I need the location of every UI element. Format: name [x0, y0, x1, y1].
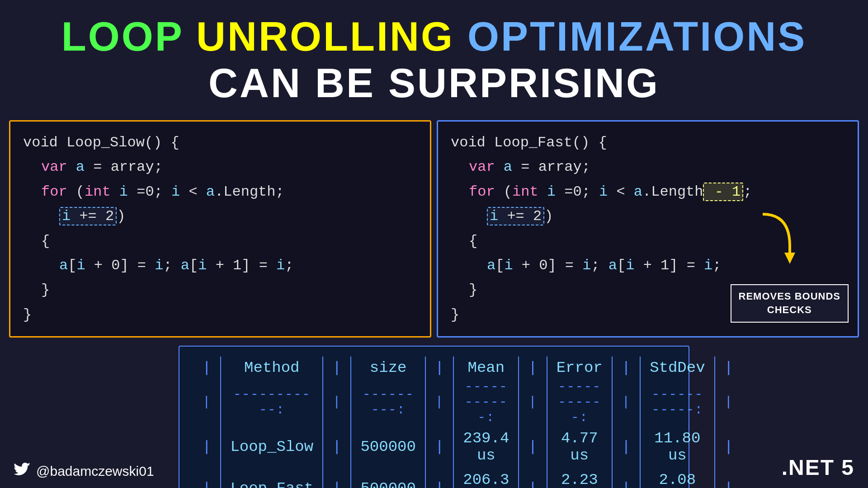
fast-panel: void Loop_Fast() { var a = array; for (i…: [437, 120, 859, 338]
col-header-pipe: |: [193, 357, 221, 378]
cell-stddev-2: 2.08 us: [640, 468, 714, 488]
fast-line-header: void Loop_Fast() {: [451, 131, 845, 155]
twitter-handle: @badamczewski01: [36, 464, 154, 479]
col-header-method: Method: [221, 357, 323, 378]
col-header-mean: Mean: [453, 357, 519, 378]
footer: @badamczewski01: [14, 463, 154, 480]
title-section: LOOP UNROLLING OPTIMIZATIONS CAN BE SURP…: [0, 0, 868, 116]
title-line2: CAN BE SURPRISING: [9, 60, 859, 107]
col-header-stddev: StdDev: [640, 357, 714, 378]
cell-mean-1: 239.4 us: [453, 426, 519, 468]
twitter-icon: [14, 463, 31, 480]
arrow-container: [754, 210, 799, 277]
cell-error-2: 2.23 us: [547, 468, 612, 488]
slow-line-increment: i += 2): [23, 204, 417, 229]
col-header-size: size: [351, 357, 425, 378]
bounds-checks-label: REMOVES BOUNDS CHECKS: [731, 284, 849, 323]
benchmark-table: | Method | size | Mean | Error | StdDev …: [193, 357, 742, 488]
col-header-error: Error: [547, 357, 612, 378]
cell-method-2: Loop_Fast: [221, 468, 323, 488]
title-word-unrolling: UNROLLING: [196, 14, 454, 59]
svg-marker-0: [784, 253, 795, 264]
cell-size-2: 500000: [351, 468, 425, 488]
slow-line-body: a[i + 0] = i; a[i + 1] = i;: [23, 253, 417, 278]
cell-method-1: Loop_Slow: [221, 426, 323, 468]
col-header-pipe4: |: [519, 357, 547, 378]
slow-line-brace-open: {: [23, 229, 417, 253]
dotnet-badge: .NET 5: [782, 455, 854, 480]
benchmark-table-section: | Method | size | Mean | Error | StdDev …: [179, 346, 689, 488]
table-row: | Loop_Slow | 500000 | 239.4 us | 4.77 u…: [193, 426, 742, 468]
title-word-loop: LOOP: [61, 14, 183, 59]
table-separator-row: | -----------: | ---------: | ----------…: [193, 378, 742, 426]
slow-line-brace-close: }: [23, 278, 417, 302]
col-header-pipe5: |: [612, 357, 640, 378]
cell-stddev-1: 11.80 us: [640, 426, 714, 468]
code-panels: void Loop_Slow() { var a = array; for (i…: [0, 120, 868, 338]
title-word-optimizations: OPTIMIZATIONS: [467, 14, 807, 59]
slow-line-header: void Loop_Slow() {: [23, 131, 417, 155]
fast-line-var: var a = array;: [451, 155, 845, 179]
slow-panel: void Loop_Slow() { var a = array; for (i…: [9, 120, 431, 338]
fast-line-for: for (int i =0; i < a.Length - 1;: [451, 180, 845, 204]
col-header-pipe2: |: [323, 357, 351, 378]
arrow-icon: [754, 210, 799, 268]
table-header-row: | Method | size | Mean | Error | StdDev …: [193, 357, 742, 378]
slow-line-end: }: [23, 303, 417, 327]
table-row: | Loop_Fast | 500000 | 206.3 us | 2.23 u…: [193, 468, 742, 488]
col-header-pipe6: |: [715, 357, 742, 378]
cell-size-1: 500000: [351, 426, 425, 468]
slow-line-var: var a = array;: [23, 155, 417, 179]
col-header-pipe3: |: [425, 357, 453, 378]
slow-line-for: for (int i =0; i < a.Length;: [23, 180, 417, 204]
cell-mean-2: 206.3 us: [453, 468, 519, 488]
title-line1: LOOP UNROLLING OPTIMIZATIONS: [9, 14, 859, 60]
cell-error-1: 4.77 us: [547, 426, 612, 468]
